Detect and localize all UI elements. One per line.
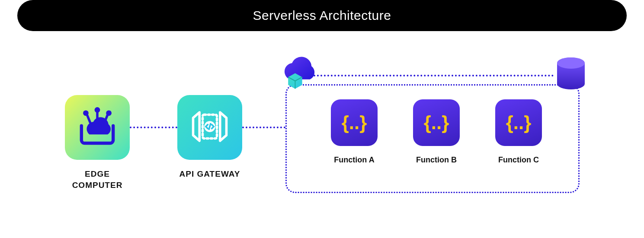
- svg-point-3: [95, 107, 100, 113]
- connector-api-to-cloud: [242, 127, 285, 128]
- function-a-label: Function A: [328, 155, 380, 165]
- function-c-label: Function C: [493, 155, 545, 165]
- connector-cloud-to-db: [314, 75, 554, 76]
- svg-point-4: [83, 110, 89, 116]
- function-glyph: {..}: [506, 112, 532, 133]
- diagram-canvas: EDGE COMPUTER API GATEWAY: [0, 48, 644, 238]
- api-gateway-node: [177, 95, 242, 160]
- svg-line-1: [87, 115, 90, 123]
- page-title: Serverless Architecture: [253, 8, 391, 23]
- connector-edge-to-api: [130, 127, 177, 128]
- edge-computer-node: [65, 95, 130, 160]
- cloud-with-cube-icon: [277, 55, 324, 94]
- function-a-card: {..}: [331, 99, 378, 146]
- title-bar: Serverless Architecture: [17, 0, 627, 31]
- cloud-network-icon: [74, 103, 121, 152]
- database-cylinder-icon: [556, 57, 586, 91]
- edge-computer-label: EDGE COMPUTER: [65, 168, 130, 190]
- api-gateway-label: API GATEWAY: [177, 168, 242, 180]
- function-c-card: {..}: [495, 99, 542, 146]
- function-b-label: Function B: [410, 155, 462, 165]
- code-gateway-icon: [186, 103, 234, 152]
- function-glyph: {..}: [342, 112, 367, 133]
- svg-point-5: [106, 110, 112, 116]
- function-b-card: {..}: [413, 99, 460, 146]
- function-glyph: {..}: [424, 112, 449, 133]
- svg-point-12: [557, 57, 585, 69]
